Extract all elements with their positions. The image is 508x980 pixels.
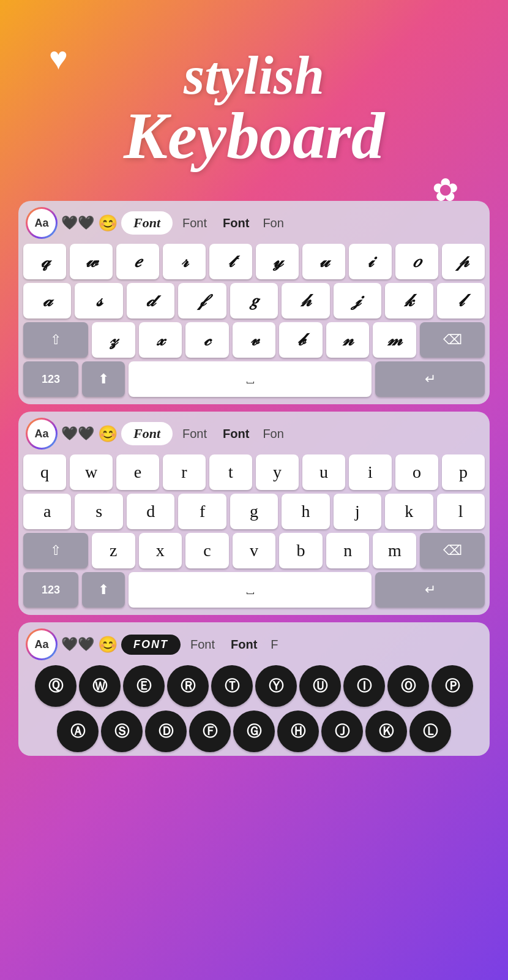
key2-w[interactable]: w bbox=[70, 454, 113, 490]
key-c[interactable]: 𝒸 bbox=[185, 322, 229, 358]
key2-d[interactable]: d bbox=[127, 494, 174, 529]
key-v[interactable]: 𝓋 bbox=[233, 322, 276, 358]
keyboard2-aa-button[interactable]: Aa bbox=[26, 418, 58, 450]
key3-f[interactable]: Ⓕ bbox=[189, 710, 231, 752]
key-y[interactable]: 𝓎 bbox=[256, 244, 299, 279]
key2-k[interactable]: k bbox=[385, 494, 433, 529]
key3-w[interactable]: Ⓦ bbox=[79, 665, 121, 707]
keyboard2-font-active[interactable]: Font bbox=[121, 422, 173, 445]
key2-l[interactable]: l bbox=[437, 494, 485, 529]
key3-s[interactable]: Ⓢ bbox=[101, 710, 143, 752]
key2-backspace[interactable]: ⌫ bbox=[420, 533, 485, 568]
key2-a[interactable]: a bbox=[23, 494, 71, 529]
key2-t[interactable]: t bbox=[209, 454, 252, 490]
key-b[interactable]: 𝒷 bbox=[279, 322, 323, 358]
key-shift[interactable]: ⇧ bbox=[23, 322, 88, 358]
key2-y[interactable]: y bbox=[256, 454, 299, 490]
key-s[interactable]: 𝓈 bbox=[75, 283, 122, 318]
key-space[interactable]: ⎵ bbox=[129, 361, 372, 397]
key-j[interactable]: 𝒿 bbox=[334, 283, 381, 318]
keyboard2-font-partial[interactable]: Fon bbox=[259, 423, 287, 445]
key3-y[interactable]: Ⓨ bbox=[255, 665, 297, 707]
key3-o[interactable]: Ⓞ bbox=[387, 665, 429, 707]
key-e[interactable]: 𝑒 bbox=[116, 244, 159, 279]
key3-k[interactable]: Ⓚ bbox=[365, 710, 407, 752]
key3-d[interactable]: Ⓓ bbox=[145, 710, 187, 752]
key2-share[interactable]: ⬆ bbox=[82, 572, 125, 608]
keyboard3-toolbar: Aa 🖤🖤 😊 FONT Font Font F bbox=[23, 628, 485, 660]
key3-e[interactable]: Ⓔ bbox=[123, 665, 165, 707]
key2-r[interactable]: r bbox=[163, 454, 206, 490]
key-f[interactable]: 𝒻 bbox=[178, 283, 226, 318]
key-x[interactable]: 𝓍 bbox=[139, 322, 182, 358]
key2-g[interactable]: g bbox=[230, 494, 278, 529]
key-d[interactable]: 𝒹 bbox=[127, 283, 174, 318]
key3-q[interactable]: Ⓠ bbox=[35, 665, 77, 707]
key2-enter[interactable]: ↵ bbox=[375, 572, 485, 608]
key2-p[interactable]: p bbox=[442, 454, 485, 490]
key3-l[interactable]: Ⓛ bbox=[409, 710, 451, 752]
key2-s[interactable]: s bbox=[75, 494, 122, 529]
key-k[interactable]: 𝓀 bbox=[385, 283, 433, 318]
key-share[interactable]: ⬆ bbox=[82, 361, 125, 397]
key2-c[interactable]: c bbox=[185, 533, 229, 568]
key2-m[interactable]: m bbox=[373, 533, 416, 568]
key-n[interactable]: 𝓃 bbox=[326, 322, 370, 358]
keyboard3-font-bold[interactable]: Font bbox=[225, 634, 263, 655]
key-123[interactable]: 123 bbox=[23, 361, 78, 397]
key2-u[interactable]: u bbox=[302, 454, 345, 490]
key2-h[interactable]: h bbox=[282, 494, 329, 529]
key-q[interactable]: 𝓆 bbox=[23, 244, 66, 279]
key-g[interactable]: 𝑔 bbox=[230, 283, 278, 318]
key3-t[interactable]: Ⓣ bbox=[211, 665, 253, 707]
key-a[interactable]: 𝒶 bbox=[23, 283, 71, 318]
keyboard1-aa-button[interactable]: Aa bbox=[26, 207, 58, 239]
keyboard3-emoji-icon: 😊 bbox=[98, 635, 118, 654]
key-l[interactable]: 𝓁 bbox=[437, 283, 485, 318]
keyboard2-font-normal[interactable]: Font bbox=[176, 423, 213, 445]
key2-o[interactable]: o bbox=[395, 454, 438, 490]
key-p[interactable]: 𝓅 bbox=[442, 244, 485, 279]
key-w[interactable]: 𝓌 bbox=[70, 244, 113, 279]
key2-123[interactable]: 123 bbox=[23, 572, 78, 608]
key-m[interactable]: 𝓂 bbox=[373, 322, 416, 358]
key3-a[interactable]: Ⓐ bbox=[57, 710, 99, 752]
key2-n[interactable]: n bbox=[326, 533, 370, 568]
key3-u[interactable]: Ⓤ bbox=[299, 665, 341, 707]
key3-g[interactable]: Ⓖ bbox=[233, 710, 275, 752]
key3-r[interactable]: Ⓡ bbox=[167, 665, 209, 707]
key3-j[interactable]: Ⓙ bbox=[321, 710, 363, 752]
key2-shift[interactable]: ⇧ bbox=[23, 533, 88, 568]
key-enter[interactable]: ↵ bbox=[375, 361, 485, 397]
keyboard3-aa-button[interactable]: Aa bbox=[26, 628, 58, 660]
key-t[interactable]: 𝓉 bbox=[209, 244, 252, 279]
key3-i[interactable]: Ⓘ bbox=[343, 665, 385, 707]
keyboard1-font-normal[interactable]: Font bbox=[176, 213, 213, 234]
key2-z[interactable]: z bbox=[92, 533, 135, 568]
key2-i[interactable]: i bbox=[349, 454, 392, 490]
keyboard1-font-partial[interactable]: Fon bbox=[259, 213, 287, 234]
key-i[interactable]: 𝒾 bbox=[349, 244, 392, 279]
keyboard3-font-active[interactable]: FONT bbox=[121, 635, 181, 655]
key-o[interactable]: 𝑜 bbox=[395, 244, 438, 279]
key-r[interactable]: 𝓇 bbox=[163, 244, 206, 279]
key-backspace[interactable]: ⌫ bbox=[420, 322, 485, 358]
key2-q[interactable]: q bbox=[23, 454, 66, 490]
keyboard1-font-active[interactable]: Font bbox=[121, 211, 173, 235]
keyboard3-font-normal[interactable]: Font bbox=[184, 634, 221, 655]
key3-p[interactable]: Ⓟ bbox=[431, 665, 473, 707]
key-u[interactable]: 𝓊 bbox=[302, 244, 345, 279]
keyboard2-font-bold[interactable]: Font bbox=[217, 423, 255, 445]
keyboard3-font-partial[interactable]: F bbox=[267, 634, 282, 655]
key-z[interactable]: 𝓏 bbox=[92, 322, 135, 358]
key2-j[interactable]: j bbox=[334, 494, 381, 529]
key2-x[interactable]: x bbox=[139, 533, 182, 568]
key2-f[interactable]: f bbox=[178, 494, 226, 529]
key3-h[interactable]: Ⓗ bbox=[277, 710, 319, 752]
key-h[interactable]: 𝒽 bbox=[282, 283, 329, 318]
key2-space[interactable]: ⎵ bbox=[129, 572, 372, 608]
key2-v[interactable]: v bbox=[233, 533, 276, 568]
key2-b[interactable]: b bbox=[279, 533, 323, 568]
key2-e[interactable]: e bbox=[116, 454, 159, 490]
keyboard1-font-bold[interactable]: Font bbox=[217, 213, 255, 234]
